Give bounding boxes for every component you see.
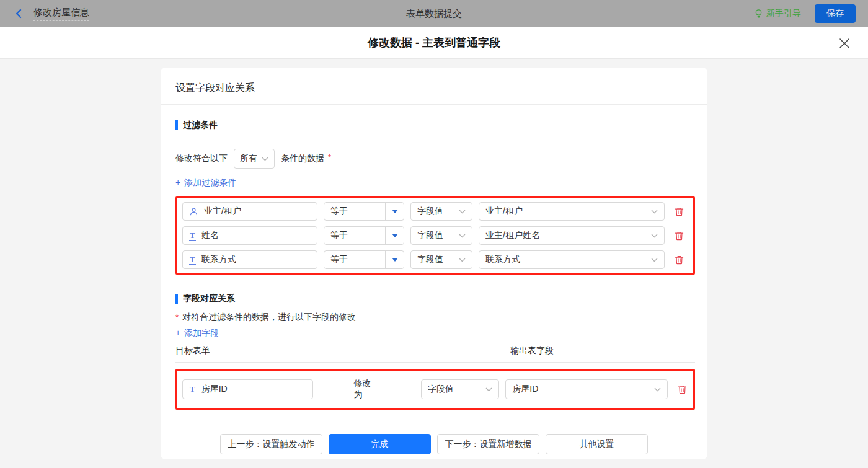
filter-value-select[interactable]: 联系方式 [479, 250, 665, 269]
caret-down-icon [392, 258, 398, 262]
chevron-down-icon [485, 387, 492, 392]
trash-icon [675, 206, 684, 217]
trash-icon [675, 231, 684, 241]
filter-operator-select[interactable]: 等于 [324, 226, 404, 245]
card-title: 设置字段对应关系 [161, 68, 707, 105]
filter-value-select[interactable]: 业主/租户 [479, 202, 665, 221]
modal-title: 修改数据 - 主表到普通字段 [368, 35, 500, 50]
delete-row-button[interactable] [673, 229, 685, 242]
flow-name[interactable]: 修改房屋信息 [33, 7, 89, 21]
operator-caret-zone [385, 251, 404, 268]
chevron-down-icon [262, 157, 268, 161]
filter-field-input[interactable]: 业主/租户 [182, 202, 317, 221]
delete-row-button[interactable] [673, 254, 685, 267]
filter-field-input[interactable]: T 姓名 [182, 226, 317, 245]
mapping-row: T 房屋ID 修改为 字段值 房屋ID [182, 378, 688, 400]
add-field-link[interactable]: +添加字段 [175, 328, 219, 339]
page-title: 表单数据提交 [0, 8, 868, 20]
filter-valuetype-select[interactable]: 字段值 [410, 226, 472, 245]
prev-step-button[interactable]: 上一步：设置触发动作 [220, 434, 322, 454]
required-asterisk: * [328, 152, 331, 162]
lightbulb-icon [754, 9, 763, 19]
chevron-down-icon [651, 258, 658, 262]
modal-body: 设置字段对应关系 过滤条件 修改符合以下 所有 条件的数据 * +添加过滤条件 [0, 59, 868, 468]
other-settings-button[interactable]: 其他设置 [546, 434, 648, 454]
operator-caret-zone [385, 203, 404, 220]
chevron-left-icon [14, 9, 23, 19]
filter-field-input[interactable]: T 联系方式 [182, 250, 317, 269]
chevron-down-icon [654, 387, 661, 392]
card-footer: 上一步：设置触发动作 完成 下一步：设置新增数据 其他设置 [161, 425, 707, 459]
match-mode-select[interactable]: 所有 [234, 149, 275, 169]
filter-value-select[interactable]: 业主/租户姓名 [479, 226, 665, 245]
column-output-field: 输出表字段 [510, 345, 554, 356]
filter-row: T 联系方式 等于 字段值 联系方式 [182, 250, 688, 269]
match-condition-row: 修改符合以下 所有 条件的数据 * [175, 149, 695, 169]
mapping-rows-highlight-box: T 房屋ID 修改为 字段值 房屋ID [175, 369, 695, 410]
mapping-description: *对符合过滤条件的数据，进行以下字段的修改 [175, 312, 695, 323]
guide-label: 新手引导 [766, 8, 801, 19]
mapping-valuetype-select[interactable]: 字段值 [421, 379, 499, 399]
mapping-table-header: 目标表单 输出表字段 [175, 345, 695, 363]
filter-operator-select[interactable]: 等于 [324, 250, 404, 269]
delete-row-button[interactable] [676, 383, 688, 396]
chevron-down-icon [459, 234, 466, 238]
add-filter-condition-link[interactable]: +添加过滤条件 [175, 177, 236, 188]
filter-valuetype-select[interactable]: 字段值 [410, 250, 472, 269]
save-button[interactable]: 保存 [815, 4, 856, 23]
trash-icon [678, 384, 687, 395]
text-field-icon: T [189, 231, 196, 241]
required-asterisk: * [175, 312, 179, 322]
section-marker [175, 120, 178, 130]
filter-row: T 姓名 等于 字段值 业主/租户姓名 [182, 226, 688, 245]
mapping-field-input[interactable]: T 房屋ID [182, 379, 313, 399]
delete-row-button[interactable] [673, 205, 685, 218]
chevron-down-icon [651, 210, 658, 214]
mapping-value-select[interactable]: 房屋ID [505, 379, 668, 399]
filter-section-title: 过滤条件 [175, 120, 695, 131]
close-button[interactable] [837, 36, 852, 51]
done-button[interactable]: 完成 [329, 434, 431, 454]
section-marker [175, 294, 178, 304]
chevron-down-icon [459, 210, 466, 214]
settings-card: 设置字段对应关系 过滤条件 修改符合以下 所有 条件的数据 * +添加过滤条件 [161, 68, 707, 459]
filter-rows-highlight-box: 业主/租户 等于 字段值 业主/租户 [175, 196, 695, 275]
caret-down-icon [392, 234, 398, 237]
filter-operator-select[interactable]: 等于 [324, 202, 404, 221]
user-icon [189, 207, 198, 216]
trash-icon [675, 255, 684, 265]
match-prefix-label: 修改符合以下 [175, 153, 228, 164]
text-field-icon: T [189, 255, 196, 265]
column-target-form: 目标表单 [175, 345, 510, 356]
caret-down-icon [392, 210, 398, 213]
back-button[interactable] [12, 7, 25, 20]
modify-to-label: 修改为 [353, 378, 379, 400]
next-step-button[interactable]: 下一步：设置新增数据 [437, 434, 539, 454]
mapping-section-title: 字段对应关系 [175, 293, 695, 304]
chevron-down-icon [459, 258, 466, 262]
modal-header: 修改数据 - 主表到普通字段 [0, 27, 868, 59]
operator-caret-zone [385, 227, 404, 244]
filter-row: 业主/租户 等于 字段值 业主/租户 [182, 202, 688, 221]
close-icon [839, 38, 850, 49]
text-field-icon: T [189, 385, 196, 394]
chevron-down-icon [651, 234, 658, 238]
filter-valuetype-select[interactable]: 字段值 [410, 202, 472, 221]
top-bar: 表单数据提交 修改房屋信息 新手引导 保存 [0, 0, 868, 27]
beginner-guide-link[interactable]: 新手引导 [754, 8, 801, 19]
match-suffix-label: 条件的数据 [281, 153, 324, 164]
